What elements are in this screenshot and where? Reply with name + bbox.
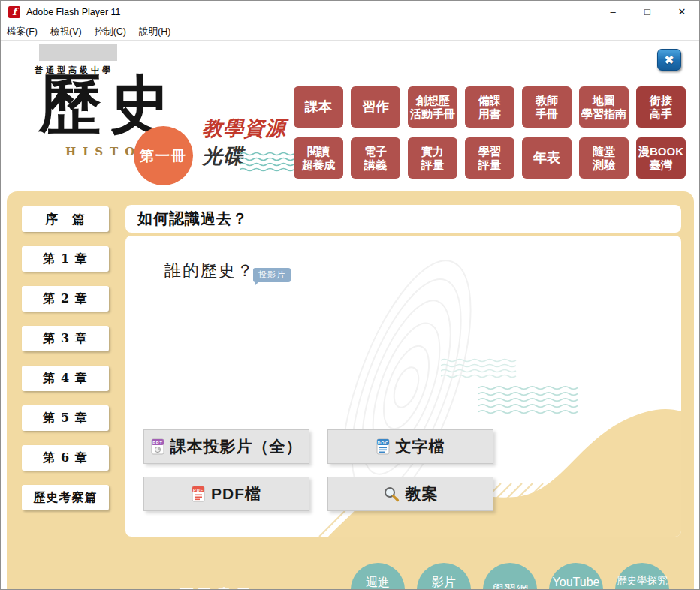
doc-file-icon: DOC (376, 438, 390, 455)
pdf-file-icon: PDF (192, 486, 205, 502)
section-title-bar: 如何認識過去？ (125, 205, 681, 233)
volume-badge: 第一冊 (134, 126, 193, 185)
sidebar-item-3[interactable]: 第 3 章 (22, 326, 109, 351)
resource-button-1[interactable]: 習作 (351, 86, 400, 128)
sidebar-item-2[interactable]: 第 2 章 (22, 286, 109, 312)
ppt-file-icon: PPT (151, 438, 164, 455)
chapter-panel: 序 篇第 1 章第 2 章第 3 章第 4 章第 5 章第 6 章歷史考察篇 如… (7, 191, 694, 590)
svg-text:DOC: DOC (377, 441, 388, 445)
youtube-channel-button[interactable]: YouTube 頻道 (549, 563, 603, 590)
sidebar-item-4[interactable]: 第 4 章 (22, 366, 109, 391)
sidebar-item-5[interactable]: 第 5 章 (22, 405, 109, 431)
resource-button-grid: 課本習作創想歷 活動手冊備課 用書教師 手冊地圖 學習指南銜接 高手閱讀 超養成… (294, 86, 686, 179)
history-inquiry-button[interactable]: 歷史學探究數位教材 分享平臺 (615, 563, 669, 590)
content-panel: 誰的歷史？ 投影片 PPT 課本投影片（全） (125, 236, 681, 537)
resource-button-9[interactable]: 實力 評量 (408, 137, 457, 179)
video-list-button[interactable]: 影片 清單 (417, 563, 471, 590)
flash-stage: 普通型高級中學 歷史 HISTORY 第一冊 教學資源 光碟 ✖ 課本習作創想歷… (1, 41, 699, 590)
question-title: 誰的歷史？ (164, 260, 255, 282)
week-progress-button[interactable]: 週進 度表 (351, 563, 405, 590)
resource-button-2[interactable]: 創想歷 活動手冊 (408, 86, 457, 128)
close-button[interactable]: ✕ (665, 1, 699, 23)
resource-button-13[interactable]: 漫BOOK 臺灣 (636, 137, 686, 179)
footer-circles: 週進 度表影片 清單學習網YouTube 頻道歷史學探究數位教材 分享平臺 (351, 563, 669, 590)
resource-button-12[interactable]: 隨堂 測驗 (579, 137, 629, 179)
flash-player-icon: f (8, 6, 20, 18)
text-file-button[interactable]: DOC 文字檔 (327, 429, 493, 464)
publisher-name: 三民書局 (176, 585, 251, 590)
slides-all-button[interactable]: PPT 課本投影片（全） (143, 429, 309, 464)
resource-button-3[interactable]: 備課 用書 (465, 86, 514, 128)
menu-item-3[interactable]: 說明(H) (139, 26, 170, 38)
menu-item-1[interactable]: 檢視(V) (50, 26, 82, 38)
magnifier-icon (383, 486, 400, 502)
resource-button-11[interactable]: 年表 (522, 137, 572, 179)
pdf-file-button[interactable]: PDF PDF檔 (143, 477, 309, 511)
resource-button-6[interactable]: 銜接 高手 (636, 86, 686, 128)
minimize-button[interactable]: – (596, 1, 630, 23)
resource-button-10[interactable]: 學習 評量 (465, 137, 514, 179)
svg-text:PPT: PPT (152, 441, 163, 445)
sidebar-item-7[interactable]: 歷史考察篇 (22, 485, 109, 510)
sidebar-item-6[interactable]: 第 6 章 (22, 445, 109, 471)
publisher-logo: 三民書局 (140, 585, 251, 590)
menubar: 檔案(F)檢視(V)控制(C)說明(H) (1, 23, 699, 41)
titlebar: f Adobe Flash Player 11 – □ ✕ (1, 1, 699, 23)
subtitle-resources: 教學資源 (202, 115, 286, 142)
resource-button-0[interactable]: 課本 (294, 86, 343, 128)
chapter-sidebar: 序 篇第 1 章第 2 章第 3 章第 4 章第 5 章第 6 章歷史考察篇 (22, 206, 109, 525)
resource-button-5[interactable]: 地圖 學習指南 (579, 86, 629, 128)
flash-player-window: f Adobe Flash Player 11 – □ ✕ 檔案(F)檢視(V)… (0, 0, 700, 590)
resource-button-7[interactable]: 閱讀 超養成 (294, 137, 343, 179)
file-button-grid: PPT 課本投影片（全） DOC (143, 429, 493, 511)
panel-close-button[interactable]: ✖ (657, 49, 681, 71)
menu-item-2[interactable]: 控制(C) (95, 26, 126, 38)
sidebar-item-1[interactable]: 第 1 章 (22, 246, 109, 272)
menu-item-0[interactable]: 檔案(F) (7, 26, 38, 38)
learning-web-button[interactable]: 學習網 (483, 563, 537, 590)
window-title: Adobe Flash Player 11 (26, 7, 121, 17)
slides-tag: 投影片 (253, 268, 291, 282)
lesson-plan-button[interactable]: 教案 (327, 477, 493, 511)
subtitle-disc: 光碟 (202, 143, 244, 170)
waves-decoration-header (240, 151, 295, 176)
maximize-button[interactable]: □ (630, 1, 665, 23)
resource-button-8[interactable]: 電子 講義 (351, 137, 400, 179)
section-title: 如何認識過去？ (137, 209, 248, 229)
resource-button-4[interactable]: 教師 手冊 (522, 86, 572, 128)
svg-text:PDF: PDF (193, 488, 204, 492)
school-logo-censored (39, 44, 117, 61)
sidebar-item-0[interactable]: 序 篇 (22, 206, 109, 232)
